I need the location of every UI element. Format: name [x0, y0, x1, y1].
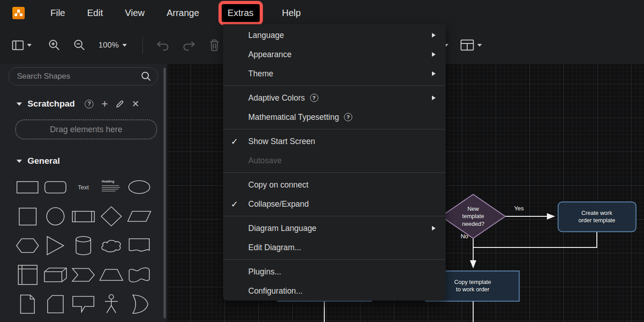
- menu-item[interactable]: ✓ Collapse/Expand: [223, 194, 446, 214]
- checkmark-icon: ✓: [231, 199, 238, 209]
- menu-item[interactable]: Edit Diagram...: [223, 238, 446, 257]
- collapse-caret-icon: [16, 102, 22, 106]
- menu-item[interactable]: Diagram Language: [223, 219, 446, 238]
- menu-item[interactable]: Configuration...: [223, 281, 446, 301]
- submenu-arrow-icon: [432, 96, 436, 100]
- copy-template-label[interactable]: Copy template to work order: [454, 279, 491, 294]
- menu-item[interactable]: Adaptive Colors ?: [223, 88, 446, 107]
- menu-item[interactable]: Copy on connect: [223, 175, 446, 194]
- menu-item[interactable]: ✓ Show Start Screen: [223, 132, 446, 151]
- shape-heading[interactable]: Heading: [97, 172, 125, 202]
- menubar-item[interactable]: Edit: [81, 4, 109, 22]
- general-shapes: Text Heading: [13, 172, 167, 319]
- shape-circle[interactable]: [41, 202, 69, 231]
- scratchpad-help-icon[interactable]: ?: [85, 100, 93, 108]
- menubar-items: File Edit View Arrange Extras: [39, 4, 312, 22]
- menubar-item[interactable]: Arrange: [161, 4, 205, 22]
- shape-rectangle[interactable]: [13, 172, 41, 202]
- zoom-out-button[interactable]: [73, 36, 86, 54]
- scratchpad-drop-zone[interactable]: Drag elements here: [15, 119, 157, 140]
- submenu-arrow-icon: [432, 226, 436, 231]
- shape-diamond[interactable]: [97, 202, 125, 231]
- svg-text:Text: Text: [78, 184, 89, 191]
- create-template-label[interactable]: Create work order template: [579, 209, 616, 225]
- menubar-item[interactable]: View: [119, 4, 151, 22]
- decision-label[interactable]: New template needed?: [462, 205, 485, 228]
- undo-button[interactable]: [156, 36, 169, 54]
- menubar-item[interactable]: Extras: [222, 4, 260, 22]
- scratchpad-add-icon[interactable]: +: [101, 98, 108, 109]
- search-shapes-input[interactable]: [9, 72, 141, 81]
- menu-item[interactable]: Appearance: [223, 45, 446, 64]
- shape-hexagon[interactable]: [13, 231, 41, 260]
- search-icon: [141, 71, 151, 81]
- shape-step[interactable]: [69, 260, 97, 290]
- drawio-app: File Edit View Arrange Extras: [0, 0, 644, 322]
- collapse-caret-icon: [16, 160, 22, 163]
- scratchpad-title: Scratchpad: [27, 99, 75, 109]
- edge-label-yes[interactable]: Yes: [514, 205, 524, 212]
- shape-tape[interactable]: [125, 260, 153, 290]
- scratchpad-close-icon[interactable]: ✕: [132, 99, 140, 108]
- shape-card[interactable]: [41, 290, 69, 319]
- shape-actor[interactable]: [97, 290, 125, 319]
- help-icon: ?: [344, 113, 352, 121]
- menu-item[interactable]: Theme: [223, 64, 446, 83]
- delete-button[interactable]: [209, 36, 220, 54]
- shape-rounded-rectangle[interactable]: [41, 172, 69, 202]
- shape-triangle[interactable]: [41, 231, 69, 260]
- chevron-down-icon: [122, 44, 127, 47]
- menubar: File Edit View Arrange Extras: [0, 0, 644, 26]
- shape-internal-storage[interactable]: [13, 260, 41, 290]
- menu-item[interactable]: Autosave: [223, 151, 446, 170]
- extras-menu: Language Appearance Theme Adaptive Col: [223, 24, 446, 301]
- shape-cylinder[interactable]: [69, 231, 97, 260]
- submenu-arrow-icon: [432, 71, 436, 76]
- scratchpad-edit-icon[interactable]: [116, 100, 124, 108]
- submenu-arrow-icon: [432, 33, 436, 38]
- table-button[interactable]: [460, 26, 482, 64]
- shape-cloud[interactable]: [97, 231, 125, 260]
- svg-text:Heading: Heading: [102, 180, 115, 183]
- menu-item[interactable]: Plugins...: [223, 262, 446, 281]
- shape-process[interactable]: [69, 202, 97, 231]
- general-section-header[interactable]: General: [16, 156, 167, 166]
- shapes-sidebar: Scratchpad ? + ✕ Drag elements here Gene…: [0, 64, 168, 322]
- chevron-down-icon: [477, 44, 482, 47]
- edge-label-no[interactable]: No: [461, 233, 469, 240]
- outline-panel-button[interactable]: [12, 36, 32, 54]
- shape-text[interactable]: Text: [69, 172, 97, 202]
- shape-square[interactable]: [13, 202, 41, 231]
- shape-or[interactable]: [125, 290, 153, 319]
- redo-button[interactable]: [182, 36, 196, 54]
- shape-document[interactable]: [125, 231, 153, 260]
- toolbar-separator: [142, 37, 143, 54]
- menu-item[interactable]: Language: [223, 26, 446, 45]
- menu-item[interactable]: Mathematical Typesetting ?: [223, 107, 446, 127]
- zoom-level-value: 100%: [98, 41, 119, 50]
- chevron-down-icon: [27, 44, 32, 47]
- search-shapes-box: [8, 67, 158, 86]
- shape-trapezoid[interactable]: [97, 260, 125, 290]
- checkmark-icon: ✓: [231, 136, 238, 147]
- shape-cube[interactable]: [41, 260, 69, 290]
- shape-callout[interactable]: [69, 290, 97, 319]
- submenu-arrow-icon: [432, 52, 436, 57]
- scratchpad-header[interactable]: Scratchpad ? + ✕: [16, 98, 167, 109]
- general-title: General: [27, 156, 60, 166]
- drawio-logo-icon[interactable]: [12, 7, 25, 19]
- sidebar-scrollbar[interactable]: [164, 68, 166, 318]
- shape-ellipse[interactable]: [125, 172, 153, 202]
- menubar-item[interactable]: File: [44, 4, 71, 22]
- help-icon: ?: [310, 94, 318, 102]
- shape-note[interactable]: [13, 290, 41, 319]
- menubar-item[interactable]: Help: [276, 4, 307, 22]
- shape-parallelogram[interactable]: [125, 202, 153, 231]
- zoom-in-button[interactable]: [48, 36, 60, 54]
- zoom-level-dropdown[interactable]: 100%: [98, 36, 127, 54]
